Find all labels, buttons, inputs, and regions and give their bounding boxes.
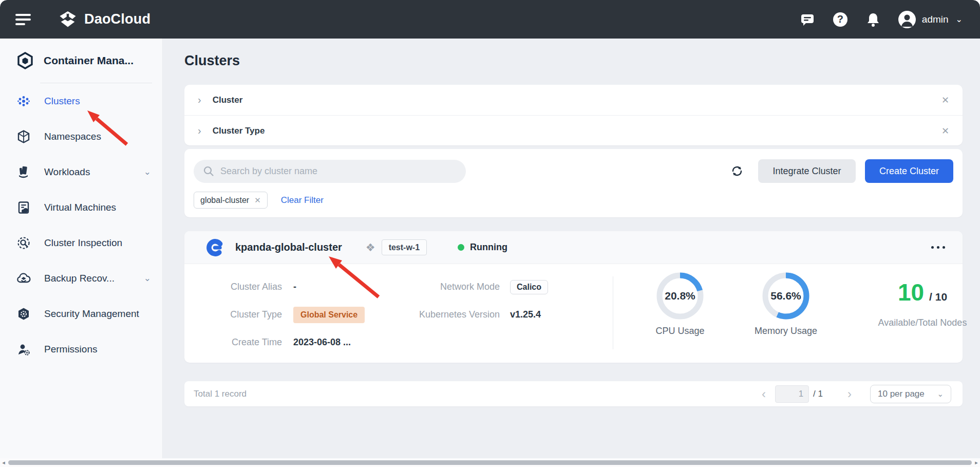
network-mode-badge: Calico [510, 280, 548, 294]
select-chevron-down-icon: ⌄ [937, 389, 944, 399]
detail-label: Cluster Alias [184, 282, 282, 292]
module-switcher[interactable]: Container Mana... [0, 39, 162, 83]
expand-chevron-right-icon: › [198, 94, 201, 106]
sidebar-item-label: Permissions [44, 344, 97, 355]
page-number-input[interactable] [775, 385, 809, 403]
search-input[interactable] [220, 166, 457, 177]
top-navbar: DaoCloud ? [0, 0, 980, 39]
page-title: Clusters [184, 53, 240, 69]
filter-panel: › Cluster ✕ › Cluster Type ✕ [184, 85, 963, 145]
page-size-value: 10 per page [878, 389, 925, 399]
cluster-card-header: kpanda-global-cluster ❖ test-w-1 Running [184, 231, 963, 264]
kpanda-cluster-logo-icon [205, 238, 225, 257]
cluster-name[interactable]: kpanda-global-cluster [235, 241, 342, 253]
sidebar-item-security-management[interactable]: Security Management [0, 296, 162, 331]
horizontal-scrollbar[interactable]: ◂ ▸ [0, 458, 980, 467]
detail-row: Cluster Alias - [184, 278, 385, 295]
permissions-icon [16, 342, 31, 357]
detail-label: Create Time [184, 337, 282, 348]
security-management-icon [16, 307, 31, 321]
brand-name: DaoCloud [84, 11, 150, 27]
cluster-inspection-icon [16, 236, 31, 250]
namespaces-icon [16, 129, 31, 144]
chevron-down-icon: ⌄ [144, 273, 151, 284]
sidebar-item-workloads[interactable]: Workloads ⌄ [0, 154, 162, 190]
help-icon[interactable]: ? [833, 12, 848, 27]
remove-filter-close-icon[interactable]: ✕ [941, 95, 949, 106]
cpu-usage-label: CPU Usage [642, 326, 719, 337]
sidebar-item-label: Security Management [44, 308, 139, 320]
daocloud-logo[interactable]: DaoCloud [58, 9, 150, 30]
module-label: Container Mana... [44, 54, 134, 67]
expand-chevron-right-icon: › [198, 125, 201, 137]
status-text: Running [470, 242, 507, 253]
vertical-divider [613, 276, 613, 349]
workloads-icon [16, 165, 31, 179]
sidebar-nav: Clusters Namespaces [0, 83, 162, 367]
detail-row: Create Time 2023-06-08 ... [184, 334, 385, 351]
search-input-wrap [194, 160, 466, 183]
detail-label: Cluster Type [184, 309, 282, 320]
more-actions-button[interactable] [929, 242, 947, 253]
sidebar-item-cluster-inspection[interactable]: Cluster Inspection [0, 225, 162, 260]
messages-icon[interactable] [800, 12, 815, 27]
cluster-details: Cluster Alias - Cluster Type Global Serv… [184, 278, 548, 351]
memory-usage-gauge: 56.6% Memory Usage [747, 271, 824, 337]
sidebar-item-namespaces[interactable]: Namespaces [0, 119, 162, 154]
sidebar-item-label: Virtual Machines [44, 202, 116, 213]
status-badge: Running [458, 242, 507, 253]
menu-toggle-icon[interactable] [15, 11, 33, 28]
backup-recovery-icon [16, 271, 31, 286]
user-menu[interactable]: admin ⌄ [898, 11, 963, 28]
cpu-usage-percent: 20.8% [655, 271, 705, 321]
sidebar-item-label: Clusters [44, 96, 80, 107]
filter-label: Cluster Type [213, 126, 265, 136]
detail-value: 2023-06-08 ... [293, 337, 351, 348]
refresh-icon[interactable] [729, 163, 745, 179]
next-page-icon[interactable]: › [847, 388, 852, 400]
integrate-cluster-button[interactable]: Integrate Cluster [758, 159, 856, 183]
clear-filter-link[interactable]: Clear Filter [281, 195, 324, 206]
question-glyph: ? [833, 12, 847, 27]
sidebar-item-virtual-machines[interactable]: Virtual Machines [0, 190, 162, 225]
pagination-bar: Total 1 record ‹ / 1 › 10 per page ⌄ [184, 381, 963, 406]
cluster-card: kpanda-global-cluster ❖ test-w-1 Running… [184, 231, 963, 363]
sidebar-item-label: Cluster Inspection [44, 237, 122, 249]
daocloud-logo-icon [58, 9, 78, 30]
chip-close-icon[interactable]: ✕ [254, 196, 261, 205]
scrollbar-thumb[interactable] [8, 460, 972, 465]
memory-usage-percent: 56.6% [761, 271, 811, 321]
sidebar-item-clusters[interactable]: Clusters [0, 83, 162, 119]
notifications-icon[interactable] [865, 12, 881, 27]
status-dot [458, 244, 464, 251]
detail-value: - [293, 282, 296, 292]
total-records: Total 1 record [194, 389, 247, 399]
cpu-usage-gauge: 20.8% CPU Usage [642, 271, 719, 337]
page-size-select[interactable]: 10 per page ⌄ [870, 385, 951, 403]
nodes-summary: 10 / 10 Available/Total Nodes [853, 271, 980, 328]
search-icon [203, 165, 214, 177]
sidebar-item-backup-recovery[interactable]: Backup Recov... ⌄ [0, 260, 162, 296]
create-cluster-button[interactable]: Create Cluster [865, 159, 953, 183]
filter-chip-label: global-cluster [200, 196, 249, 205]
scroll-left-arrow-icon[interactable]: ◂ [0, 459, 7, 466]
remove-filter-close-icon[interactable]: ✕ [941, 125, 949, 137]
filter-row-cluster[interactable]: › Cluster ✕ [184, 85, 963, 115]
detail-row: Cluster Type Global Service [184, 306, 385, 323]
filter-chip[interactable]: global-cluster ✕ [194, 192, 268, 209]
cluster-type-badge: Global Service [293, 307, 365, 323]
sidebar-item-label: Workloads [44, 166, 90, 178]
chevron-down-icon: ⌄ [144, 166, 151, 177]
filter-row-cluster-type[interactable]: › Cluster Type ✕ [184, 116, 963, 146]
page-count: / 1 [813, 389, 823, 399]
toolbar-panel: Integrate Cluster Create Cluster global-… [184, 149, 963, 217]
sidebar-item-label: Backup Recov... [44, 273, 115, 284]
nodes-label: Available/Total Nodes [853, 317, 980, 328]
workspace-tag[interactable]: test-w-1 [382, 239, 427, 255]
avatar-icon [898, 11, 916, 28]
prev-page-icon[interactable]: ‹ [762, 388, 766, 400]
topbar-actions: ? admin ⌄ [800, 11, 963, 28]
scroll-right-arrow-icon[interactable]: ▸ [973, 459, 980, 466]
pager: ‹ / 1 › 10 per page ⌄ [762, 385, 951, 403]
sidebar-item-permissions[interactable]: Permissions [0, 331, 162, 367]
